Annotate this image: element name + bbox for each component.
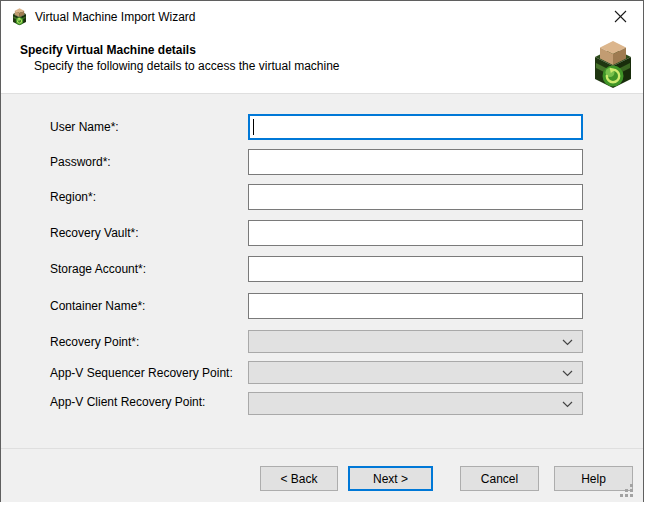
chevron-down-icon [562,335,573,349]
chevron-down-icon [562,397,573,411]
password-field[interactable] [248,149,583,175]
recovery-point-dropdown[interactable] [248,330,583,353]
title-bar[interactable]: Virtual Machine Import Wizard [1,1,643,32]
appv-client-recovery-point-label: App-V Client Recovery Point: [50,395,205,409]
close-icon[interactable] [603,3,637,30]
text-caret [253,119,254,135]
window-title: Virtual Machine Import Wizard [35,10,196,24]
storage-account-label: Storage Account*: [50,262,146,276]
region-label: Region*: [50,190,96,204]
resize-grip[interactable] [620,484,633,497]
appv-client-recovery-point-dropdown[interactable] [248,392,583,415]
page-title: Specify Virtual Machine details [20,43,196,57]
storage-account-field[interactable] [248,256,583,282]
container-name-label: Container Name*: [50,299,145,313]
recovery-point-label: Recovery Point*: [50,335,139,349]
user-name-field[interactable] [248,114,583,140]
back-button[interactable]: < Back [260,466,338,491]
chevron-down-icon [562,366,573,380]
next-button[interactable]: Next > [348,466,433,491]
cancel-button[interactable]: Cancel [460,466,539,491]
vm-import-box-icon [591,40,635,90]
user-name-label: User Name*: [50,120,119,134]
recovery-vault-label: Recovery Vault*: [50,226,138,240]
password-label: Password*: [50,155,111,169]
page-subtitle: Specify the following details to access … [34,59,340,73]
appv-sequencer-recovery-point-dropdown[interactable] [248,361,583,384]
recovery-vault-field[interactable] [248,220,583,246]
appv-sequencer-recovery-point-label: App-V Sequencer Recovery Point: [50,366,233,380]
vm-import-box-icon [11,8,28,26]
vm-import-wizard-dialog: Virtual Machine Import Wizard Specify Vi… [0,0,644,502]
region-field[interactable] [248,184,583,210]
container-name-field[interactable] [248,293,583,319]
